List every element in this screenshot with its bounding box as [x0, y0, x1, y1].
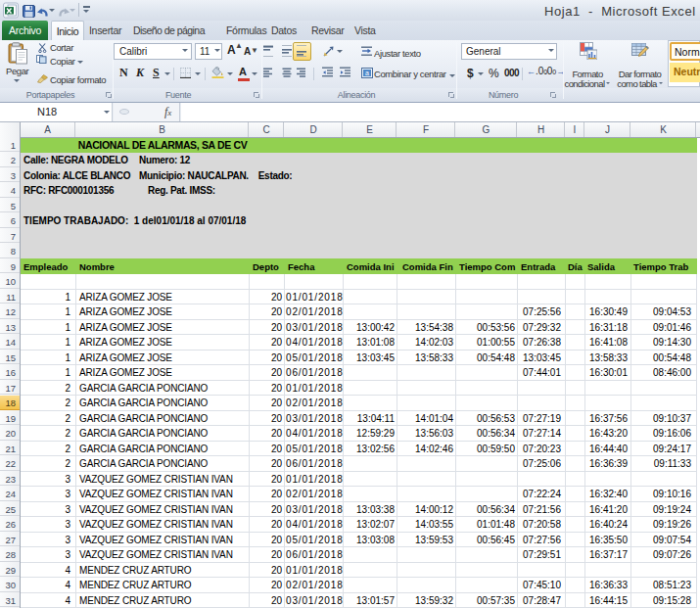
svg-text:a: a: [365, 70, 369, 76]
